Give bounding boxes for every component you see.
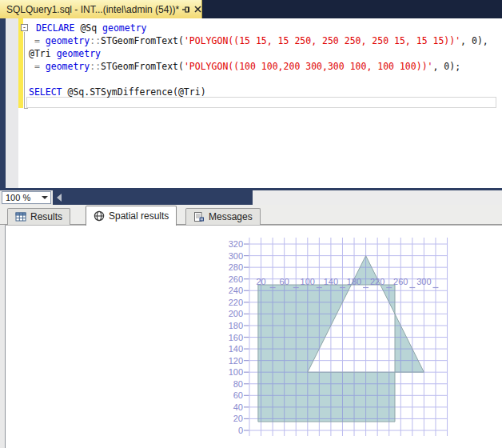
code-line-2[interactable]: = geometry::STGeomFromText('POLYGON((15 … [0,34,502,47]
svg-text:300: 300 [416,277,431,286]
tab-messages[interactable]: Messages [185,208,261,225]
svg-text:160: 160 [229,333,243,342]
svg-text:60: 60 [233,390,243,400]
svg-text:0: 0 [238,426,243,435]
svg-text:300: 300 [229,251,243,261]
code-line-3[interactable]: @Tri geometry [0,47,502,60]
editor-bottom-bar: 100 % [0,190,502,205]
horizontal-scrollbar[interactable] [53,190,502,205]
svg-text:180: 180 [229,321,243,330]
tab-spatial-results[interactable]: Spatial results [86,206,177,226]
svg-text:120: 120 [229,356,243,366]
svg-text:100: 100 [229,367,243,377]
tab-results[interactable]: Results [7,208,70,225]
grid-icon [15,211,26,222]
svg-text:180: 180 [347,277,361,286]
svg-text:280: 280 [229,262,243,272]
svg-text:20: 20 [233,414,243,423]
svg-text:60: 60 [280,277,289,286]
svg-text:260: 260 [393,277,408,286]
chevron-down-icon[interactable] [39,192,50,203]
tab-spatial-results-label: Spatial results [109,210,169,222]
svg-text:320: 320 [229,239,243,249]
svg-text:260: 260 [229,274,243,284]
pin-icon[interactable] [181,3,191,15]
code-line-4[interactable]: = geometry::STGeomFromText('POLYGON((100… [0,60,502,73]
scroll-left-icon[interactable] [53,190,66,205]
results-pane: 0204060801001201401601802002202402602803… [0,225,502,448]
svg-text:40: 40 [233,402,243,412]
zoom-value: 100 % [2,193,39,202]
code-line-6[interactable]: SELECT @Sq.STSymDifference(@Tri) [0,86,502,98]
scrollbar-thumb[interactable] [53,190,253,205]
document-tab-sqlquery1[interactable]: SQLQuery1.sql - INT...(intel\admin (54))… [0,0,202,18]
svg-text:80: 80 [233,379,243,389]
svg-text:20: 20 [256,277,265,286]
results-tab-strip: Results Spatial results [0,205,502,225]
spatial-results-viewport: 0204060801001201401601802002202402602803… [5,225,502,448]
messages-icon [193,211,205,222]
code-line-5[interactable] [0,73,502,86]
globe-icon [94,210,105,222]
svg-text:220: 220 [370,277,384,286]
svg-text:140: 140 [229,344,243,354]
svg-text:240: 240 [229,286,243,295]
svg-text:200: 200 [229,309,243,318]
sql-editor[interactable]: - DECLARE @Sq geometry = geometry::STGeo… [0,18,502,188]
close-icon[interactable] [193,3,202,15]
document-tab-title: SQLQuery1.sql - INT...(intel\admin (54))… [6,4,179,15]
ssms-window: SQLQuery1.sql - INT...(intel\admin (54))… [0,0,502,448]
tab-results-label: Results [30,211,62,222]
zoom-dropdown[interactable]: 100 % [2,191,51,204]
code-lines: DECLARE @Sq geometry = geometry::STGeomF… [0,22,502,98]
svg-text:100: 100 [301,277,315,286]
document-tab-well: SQLQuery1.sql - INT...(intel\admin (54))… [0,0,502,18]
spatial-chart: 0204060801001201401601802002202402602803… [6,226,502,448]
svg-text:220: 220 [229,298,243,307]
outline-guide-elbow [24,108,28,109]
svg-text:140: 140 [324,277,338,286]
current-line-highlight [26,97,496,108]
tab-messages-label: Messages [209,211,253,222]
code-line-1[interactable]: DECLARE @Sq geometry [0,22,502,34]
